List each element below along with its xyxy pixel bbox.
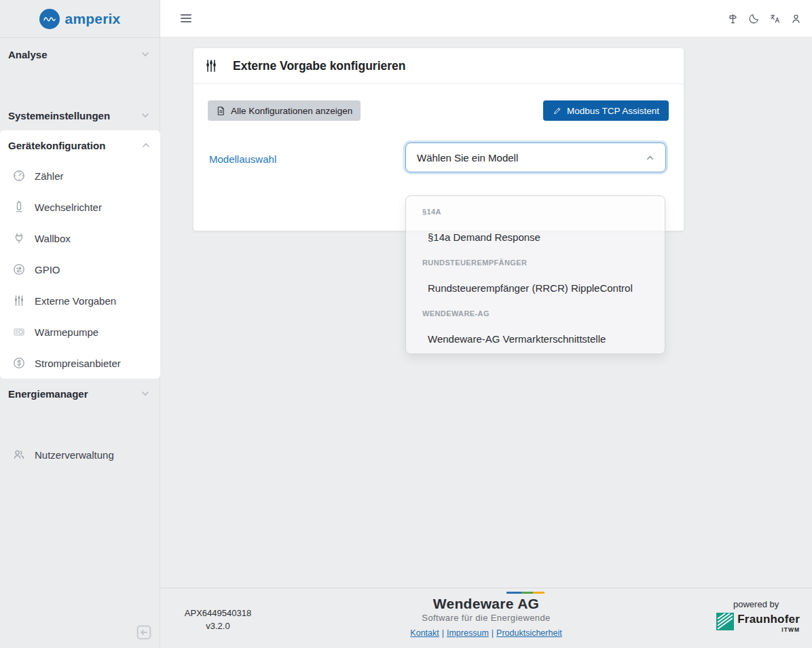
sidebar-item-label: Zähler bbox=[35, 170, 64, 182]
app-root: amperix Analyse Systemeinstellungen Gerä… bbox=[0, 0, 812, 648]
heatpump-icon bbox=[12, 325, 26, 339]
section-label: Gerätekonfiguration bbox=[8, 140, 105, 151]
topbar-icons bbox=[727, 13, 802, 24]
topbar bbox=[160, 0, 812, 37]
section-label: Analyse bbox=[8, 49, 48, 60]
gpio-icon bbox=[12, 263, 26, 276]
fraunhofer-name: Fraunhofer bbox=[737, 613, 800, 626]
sidebar-item-strompreisanbieter[interactable]: Strompreisanbieter bbox=[0, 347, 160, 379]
chevron-down-icon bbox=[141, 389, 150, 398]
card-header: Externe Vorgabe konfigurieren bbox=[193, 48, 684, 84]
device-id: APX6449540318 bbox=[174, 607, 262, 620]
wendeware-color-bar bbox=[506, 592, 545, 594]
page-title: Externe Vorgabe konfigurieren bbox=[233, 59, 405, 73]
sidebar-item-label: Wärmepumpe bbox=[35, 326, 98, 338]
plug-icon bbox=[12, 231, 26, 245]
chevron-down-icon bbox=[141, 111, 150, 120]
fraunhofer-institute: ITWM bbox=[781, 626, 800, 633]
sidebar: amperix Analyse Systemeinstellungen Gerä… bbox=[0, 0, 160, 648]
powered-by-label: powered by bbox=[716, 599, 796, 609]
gauge-icon bbox=[12, 169, 26, 183]
dropdown-group-label: RUNDSTEUEREMPFÄNGER bbox=[406, 250, 665, 275]
sidebar-item-nutzerverwaltung[interactable]: Nutzerverwaltung bbox=[0, 439, 160, 470]
sidebar-expanded-panel: Gerätekonfiguration Zähler bbox=[0, 130, 160, 379]
sidebar-item-label: Wechselrichter bbox=[35, 202, 102, 213]
price-icon bbox=[12, 356, 26, 370]
fraunhofer-wordmark: Fraunhofer ITWM bbox=[737, 613, 800, 633]
dropdown-group-label: §14A bbox=[406, 199, 665, 225]
app-version: v3.2.0 bbox=[174, 620, 262, 632]
sidebar-item-wechselrichter[interactable]: Wechselrichter bbox=[0, 191, 160, 223]
sidebar-item-zaehler[interactable]: Zähler bbox=[0, 160, 160, 191]
sidebar-section-systemeinstellungen[interactable]: Systemeinstellungen bbox=[0, 100, 160, 130]
device-info: APX6449540318 v3.2.0 bbox=[174, 607, 262, 632]
link-kontakt[interactable]: Kontakt bbox=[410, 628, 439, 638]
footer-links: Kontakt|Impressum|Produktsicherheit bbox=[391, 628, 581, 638]
link-produktsicherheit[interactable]: Produktsicherheit bbox=[496, 628, 562, 638]
sliders-icon bbox=[204, 58, 219, 73]
document-icon bbox=[216, 106, 226, 116]
sidebar-item-label: GPIO bbox=[35, 264, 60, 275]
wendeware-logo: Wendeware AG Software für die Energiewen… bbox=[391, 590, 581, 638]
sidebar-item-wallbox[interactable]: Wallbox bbox=[0, 223, 160, 254]
sidebar-item-label: Nutzerverwaltung bbox=[35, 449, 114, 461]
model-select-placeholder: Wählen Sie ein Modell bbox=[417, 152, 518, 164]
sidebar-item-label: Wallbox bbox=[35, 233, 71, 244]
sidebar-item-externe-vorgaben[interactable]: Externe Vorgaben bbox=[0, 285, 160, 316]
brand-name: amperix bbox=[65, 11, 121, 27]
dark-mode-icon[interactable] bbox=[748, 13, 760, 24]
modbus-tcp-assistant-button[interactable]: Modbus TCP Assistent bbox=[543, 100, 669, 121]
show-all-configurations-button[interactable]: Alle Konfigurationen anzeigen bbox=[208, 100, 361, 121]
sliders-icon bbox=[12, 294, 26, 307]
sidebar-section-analyse[interactable]: Analyse bbox=[0, 39, 160, 69]
model-select[interactable]: Wählen Sie ein Modell bbox=[405, 142, 666, 172]
sidebar-item-label: Strompreisanbieter bbox=[35, 358, 121, 369]
button-label: Modbus TCP Assistent bbox=[567, 106, 659, 116]
sidebar-item-label: Externe Vorgaben bbox=[35, 295, 116, 307]
pen-icon bbox=[553, 106, 562, 115]
link-impressum[interactable]: Impressum bbox=[447, 628, 489, 638]
dropdown-group-label: WENDEWARE-AG bbox=[406, 301, 665, 326]
footer: APX6449540318 v3.2.0 Wendeware AG Softwa… bbox=[160, 588, 812, 648]
inverter-icon bbox=[12, 200, 26, 214]
company-name: Wendeware AG bbox=[391, 596, 581, 612]
amperix-wave-icon bbox=[39, 9, 60, 29]
button-label: Alle Konfigurationen anzeigen bbox=[231, 106, 352, 116]
fraunhofer-stripes-icon bbox=[716, 613, 734, 630]
powered-by-block: powered by Fraunhofer ITWM bbox=[716, 599, 800, 633]
section-label: Systemeinstellungen bbox=[8, 110, 110, 121]
sidebar-section-energiemanager[interactable]: Energiemanager bbox=[0, 379, 160, 408]
account-icon[interactable] bbox=[790, 13, 802, 24]
fraunhofer-logo: Fraunhofer ITWM bbox=[716, 613, 800, 633]
sidebar-item-waermepumpe[interactable]: Wärmepumpe bbox=[0, 316, 160, 347]
chevron-down-icon bbox=[141, 50, 150, 59]
brand-logo[interactable]: amperix bbox=[0, 0, 160, 38]
model-dropdown-panel: §14A §14a Demand Response RUNDSTEUEREMPF… bbox=[405, 195, 665, 354]
dropdown-option-rundsteuerempfaenger[interactable]: Rundsteuerempfänger (RRCR) RippleControl bbox=[406, 275, 665, 301]
signpost-icon[interactable] bbox=[727, 13, 739, 24]
section-label: Energiemanager bbox=[8, 388, 88, 400]
link-separator: | bbox=[492, 628, 494, 638]
users-icon bbox=[12, 448, 26, 461]
sidebar-item-gpio[interactable]: GPIO bbox=[0, 254, 160, 285]
chevron-up-icon bbox=[646, 153, 654, 162]
language-icon[interactable] bbox=[769, 13, 781, 24]
link-separator: | bbox=[442, 628, 444, 638]
sidebar-section-geraetekonfiguration[interactable]: Gerätekonfiguration bbox=[0, 130, 160, 160]
company-tagline: Software für die Energiewende bbox=[391, 613, 581, 623]
dropdown-option-14a-demand-response[interactable]: §14a Demand Response bbox=[406, 225, 665, 250]
model-select-label: Modellauswahl bbox=[209, 153, 276, 165]
dropdown-option-wendeware-vermarkterschnittstelle[interactable]: Wendeware-AG Vermarkterschnittstelle bbox=[406, 326, 665, 352]
collapse-sidebar-button[interactable] bbox=[135, 624, 153, 641]
chevron-up-icon bbox=[141, 140, 151, 150]
button-row: Alle Konfigurationen anzeigen Modbus TCP… bbox=[193, 84, 684, 121]
hamburger-menu-icon[interactable] bbox=[181, 14, 191, 22]
